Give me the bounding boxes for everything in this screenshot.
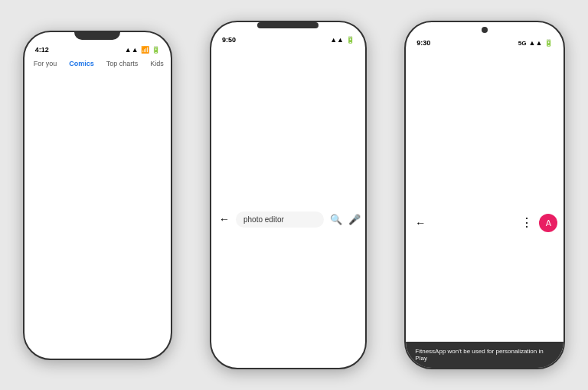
top-bar-2: ← photo editor 🔍 🎤	[211, 45, 365, 368]
top-bar-left: ←	[415, 217, 426, 229]
mic-icon[interactable]: 🎤	[348, 214, 361, 225]
top-bar-3: ← ⋮ A	[406, 48, 564, 368]
snackbar: FitnessApp won't be used for personaliza…	[406, 342, 564, 368]
status-icons-2: ▲▲ 🔋	[330, 36, 354, 44]
status-bar-3: 9:30 5G ▲▲ 🔋	[406, 34, 564, 48]
signal-icon-3: ▲▲	[528, 39, 542, 47]
status-bar-1: 4:12 ▲▲ 📶 🔋	[24, 41, 171, 55]
camera-dot	[482, 27, 488, 33]
search-box[interactable]: photo editor	[236, 211, 324, 228]
tab-for-you[interactable]: For you	[28, 55, 64, 359]
battery-icon-2: 🔋	[346, 36, 354, 44]
more-icon[interactable]: ⋮	[521, 215, 533, 230]
back-icon[interactable]: ←	[219, 213, 230, 225]
search-icons: 🔍 🎤	[330, 214, 361, 225]
wifi-icon: ▲▲	[125, 46, 139, 54]
status-icons-1: ▲▲ 📶 🔋	[125, 46, 160, 54]
notch	[74, 32, 120, 40]
wifi-icon-2: ▲▲	[330, 36, 344, 44]
pill-notch	[257, 22, 318, 28]
time-3: 9:30	[416, 39, 430, 47]
status-icons-3: 5G ▲▲ 🔋	[518, 39, 554, 47]
search-query: photo editor	[243, 215, 284, 224]
signal-icon: 📶	[141, 46, 149, 54]
status-bar-2: 9:50 ▲▲ 🔋	[211, 31, 365, 45]
phone-play-content: 9:30 5G ▲▲ 🔋 ← ⋮ A Your Play content Pla…	[404, 21, 565, 369]
5g-icon: 5G	[518, 40, 527, 47]
avatar[interactable]: A	[539, 214, 557, 232]
tab-kids[interactable]: Kids	[144, 55, 170, 359]
battery-icon-3: 🔋	[544, 39, 553, 47]
tab-categories[interactable]: Categories	[170, 55, 171, 359]
back-icon-3[interactable]: ←	[415, 217, 426, 229]
time-1: 4:12	[35, 46, 49, 54]
tab-comics[interactable]: Comics	[63, 55, 100, 359]
nav-tabs[interactable]: For you Comics Top charts Kids Categorie…	[24, 55, 171, 359]
battery-icon: 🔋	[152, 46, 160, 54]
time-2: 9:50	[222, 36, 236, 44]
tab-top-charts[interactable]: Top charts	[100, 55, 145, 359]
top-bar-right: ⋮ A	[521, 214, 557, 232]
phone-google-play: 4:12 ▲▲ 📶 🔋 For you Comics Top charts Ki…	[23, 31, 172, 360]
search-icon[interactable]: 🔍	[330, 214, 342, 225]
phone-app-detail: 9:50 ▲▲ 🔋 ← photo editor 🔍 🎤 Rating ▾ Pr…	[210, 21, 367, 369]
